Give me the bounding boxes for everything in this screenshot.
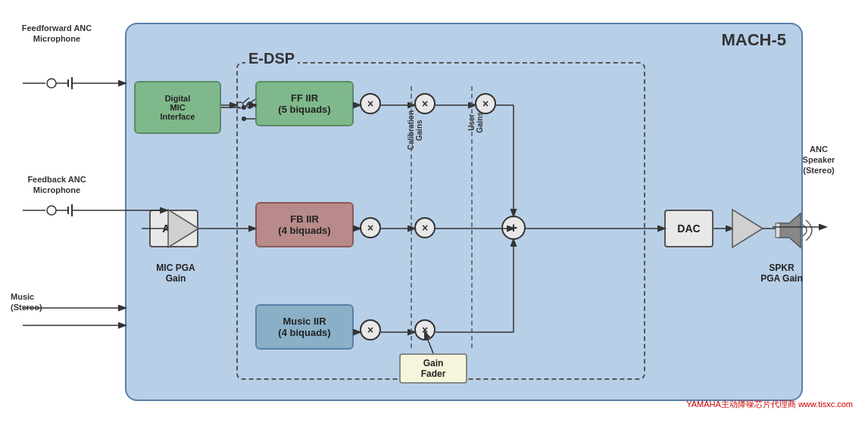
dac-label: DAC bbox=[677, 222, 700, 235]
dac-block: DAC bbox=[664, 210, 713, 247]
fb-iir-block: FB IIR (4 biquads) bbox=[255, 202, 354, 247]
calibration-gains-label: Calibration Gains bbox=[407, 110, 423, 150]
fb-mic-label: Feedback ANC Microphone bbox=[27, 175, 86, 194]
edsp-label: E-DSP bbox=[245, 50, 298, 67]
gain-fader-label: Gain Fader bbox=[421, 358, 446, 379]
gain-fader-block: Gain Fader bbox=[399, 353, 467, 384]
anc-speaker-label: ANC Speaker (Stereo) bbox=[803, 145, 835, 175]
mic-pga-gain-label: MIC PGA Gain bbox=[156, 263, 195, 284]
diagram-container: MACH-5 E-DSP Digital MIC Interface ADC F… bbox=[8, 8, 860, 416]
multiply-fb-cal: × bbox=[414, 217, 436, 238]
svg-point-44 bbox=[47, 206, 56, 215]
ff-iir-label: FF IIR (5 biquads) bbox=[278, 92, 330, 115]
adc-label: ADC bbox=[162, 222, 185, 235]
music-iir-label: Music IIR (4 biquads) bbox=[278, 316, 330, 338]
ff-iir-block: FF IIR (5 biquads) bbox=[255, 81, 354, 126]
svg-rect-36 bbox=[776, 223, 780, 238]
multiply-music-1: × bbox=[360, 319, 381, 340]
svg-point-38 bbox=[47, 79, 56, 88]
music-iir-block: Music IIR (4 biquads) bbox=[255, 304, 354, 350]
digital-mic-label: Digital MIC Interface bbox=[161, 94, 195, 121]
multiply-fb-1: × bbox=[360, 217, 381, 238]
watermark-text: YAMAHA主动降噪芯片代理商 www.tisxc.com bbox=[686, 400, 853, 409]
ff-mic-label: Feedforward ANC Microphone bbox=[22, 23, 92, 43]
svg-marker-33 bbox=[732, 210, 763, 247]
music-label: Music (Stereo) bbox=[11, 292, 42, 312]
multiply-music-2: × bbox=[414, 319, 436, 340]
mach5-box: MACH-5 E-DSP Digital MIC Interface ADC F… bbox=[125, 23, 803, 401]
spkr-pga-gain-label: SPKR PGA Gain bbox=[760, 263, 803, 284]
user-gains-label: User Gains bbox=[467, 112, 484, 133]
digital-mic-interface-block: Digital MIC Interface bbox=[134, 81, 221, 134]
watermark: YAMAHA主动降噪芯片代理商 www.tisxc.com bbox=[686, 399, 853, 410]
fb-iir-label: FB IIR (4 biquads) bbox=[278, 213, 330, 236]
multiply-ff-1: × bbox=[360, 93, 381, 114]
summer-circle: + bbox=[501, 216, 526, 240]
speaker-icon bbox=[774, 210, 820, 251]
svg-marker-35 bbox=[778, 213, 801, 247]
adc-block: ADC bbox=[149, 210, 198, 247]
mach5-label: MACH-5 bbox=[721, 30, 786, 50]
